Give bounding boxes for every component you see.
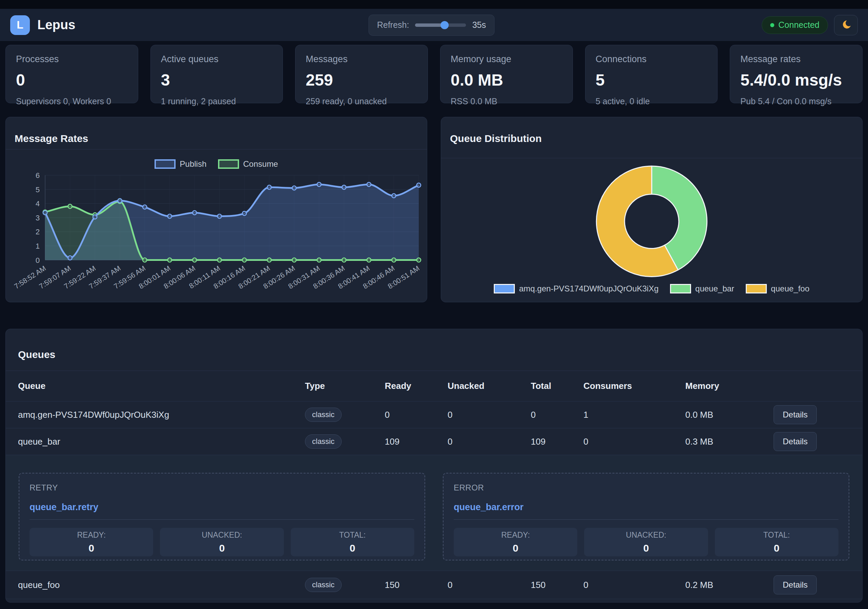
- table-row-queue-foo: queue_foo classic 150 0 150 0 0.2 MB Det…: [6, 571, 862, 599]
- stat-label: Messages: [305, 54, 417, 65]
- retry-unacked-box: UNACKED: 0: [160, 528, 284, 556]
- svg-text:5: 5: [36, 185, 40, 194]
- stat-card-processes: Processes 0 Supervisors 0, Workers 0: [5, 45, 138, 103]
- stat-value: 0.0 MB: [451, 72, 563, 88]
- queue-bar-expanded-details: RETRY queue_bar.retry READY: 0 UNACKED: …: [6, 455, 862, 571]
- error-stats: READY: 0 UNACKED: 0 TOTAL: 0: [454, 528, 839, 556]
- svg-text:1: 1: [36, 242, 40, 250]
- column-header-type: Type: [305, 381, 385, 391]
- stat-box-label: READY:: [501, 530, 530, 540]
- legend-swatch: [155, 159, 175, 169]
- legend-label: queue_foo: [771, 284, 809, 293]
- legend-item-publish[interactable]: Publish: [155, 159, 206, 169]
- slider-thumb[interactable]: [441, 21, 449, 29]
- retry-queue-link[interactable]: queue_bar.retry: [29, 502, 99, 513]
- queue-total: 0: [531, 410, 583, 420]
- queue-consumers: 0: [583, 437, 685, 447]
- refresh-interval-value: 35s: [473, 20, 486, 30]
- queues-title-row: Queues: [6, 329, 862, 371]
- queue-total: 150: [531, 580, 583, 590]
- details-button[interactable]: Details: [773, 575, 817, 594]
- legend-label: queue_bar: [695, 284, 734, 293]
- app-logo: L: [10, 15, 30, 35]
- stat-label: Message rates: [740, 54, 852, 65]
- stat-box-value: 0: [513, 542, 519, 554]
- retry-total-box: TOTAL: 0: [291, 528, 414, 556]
- stat-box-label: UNACKED:: [626, 530, 666, 540]
- queue-ready: 150: [385, 580, 448, 590]
- stat-sub: Supervisors 0, Workers 0: [16, 96, 128, 106]
- stat-card-memory-usage: Memory usage 0.0 MB RSS 0.0 MB: [440, 45, 573, 103]
- queue-unacked: 0: [448, 410, 531, 420]
- column-header-total: Total: [531, 381, 583, 391]
- queue-ready: 0: [385, 410, 448, 420]
- legend-label: Consume: [243, 159, 278, 169]
- window-top-strip: [0, 0, 868, 9]
- legend-item-queue-foo[interactable]: queue_foo: [746, 284, 809, 293]
- stat-sub: RSS 0.0 MB: [451, 96, 563, 106]
- message-rates-chart-area: PublishConsume 01234567:58:52 AM7:59:07 …: [6, 149, 427, 302]
- divider: [454, 519, 839, 520]
- table-row-amq-gen: amq.gen-PVS174DWf0upJQrOuK3iXg classic 0…: [6, 401, 862, 428]
- column-header-ready: Ready: [385, 381, 448, 391]
- queue-memory: 0.3 MB: [685, 437, 773, 447]
- connection-status-badge: Connected: [762, 16, 828, 34]
- dashboard: Processes 0 Supervisors 0, Workers 0 Act…: [0, 42, 868, 603]
- queue-type-badge: classic: [305, 578, 342, 592]
- column-header-unacked: Unacked: [448, 381, 531, 391]
- message-rates-title: Message Rates: [15, 133, 418, 144]
- legend-item-consume[interactable]: Consume: [218, 159, 278, 169]
- stat-label: Memory usage: [451, 54, 563, 65]
- refresh-control: Refresh: 35s: [369, 15, 494, 36]
- details-button[interactable]: Details: [773, 432, 817, 451]
- charts-row: Message Rates PublishConsume 01234567:58…: [5, 117, 863, 302]
- app-title: Lepus: [37, 18, 75, 32]
- queue-distribution-chart: [445, 163, 858, 278]
- connection-status-text: Connected: [778, 20, 820, 30]
- error-panel-label: ERROR: [454, 483, 839, 493]
- message-rates-chart: 01234567:58:52 AM7:59:07 AM7:59:22 AM7:5…: [10, 172, 423, 299]
- legend-swatch: [494, 284, 515, 293]
- slider-fill: [415, 23, 445, 27]
- queue-name: amq.gen-PVS174DWf0upJQrOuK3iXg: [18, 410, 305, 420]
- legend-item-queue-bar[interactable]: queue_bar: [670, 284, 734, 293]
- queue-consumers: 1: [583, 410, 685, 420]
- queue-name: queue_foo: [18, 580, 305, 590]
- queue-unacked: 0: [448, 580, 531, 590]
- theme-toggle-button[interactable]: [834, 15, 858, 35]
- stat-box-label: READY:: [77, 530, 105, 540]
- error-queue-link[interactable]: queue_bar.error: [454, 502, 524, 513]
- queue-type-badge: classic: [305, 408, 342, 422]
- dlq-panels: RETRY queue_bar.retry READY: 0 UNACKED: …: [19, 473, 849, 561]
- queue-unacked: 0: [448, 437, 531, 447]
- stat-box-value: 0: [643, 542, 649, 554]
- legend-item-amq-gen-pvs174dwf0upjqrouk3ixg[interactable]: amq.gen-PVS174DWf0upJQrOuK3iXg: [494, 284, 659, 293]
- message-rates-legend: PublishConsume: [10, 158, 423, 170]
- column-header-consumers: Consumers: [583, 381, 685, 391]
- stat-value: 259: [305, 72, 417, 88]
- stat-value: 5.4/0.0 msg/s: [740, 72, 852, 88]
- legend-swatch: [218, 159, 239, 169]
- error-ready-box: READY: 0: [454, 528, 577, 556]
- queue-consumers: 0: [583, 580, 685, 590]
- refresh-interval-slider[interactable]: [415, 23, 466, 27]
- connection-status-dot: [770, 23, 774, 27]
- details-button[interactable]: Details: [773, 405, 817, 424]
- svg-text:0: 0: [36, 256, 40, 264]
- divider: [29, 519, 414, 520]
- queue-total: 109: [531, 437, 583, 447]
- queue-distribution-card: Queue Distribution amq.gen-PVS174DWf0upJ…: [441, 117, 863, 302]
- svg-text:2: 2: [36, 228, 40, 236]
- queues-table-header: Queue Type Ready Unacked Total Consumers…: [6, 371, 862, 401]
- error-total-box: TOTAL: 0: [715, 528, 839, 556]
- stat-sub: Pub 5.4 / Con 0.0 msg/s: [740, 96, 852, 106]
- queue-type-badge: classic: [305, 434, 342, 449]
- stat-card-active-queues: Active queues 3 1 running, 2 paused: [150, 45, 283, 103]
- stat-box-label: TOTAL:: [763, 530, 790, 540]
- stat-value: 5: [596, 72, 707, 88]
- stat-label: Processes: [16, 54, 128, 65]
- stat-cards: Processes 0 Supervisors 0, Workers 0 Act…: [5, 45, 863, 103]
- app-header: L Lepus Refresh: 35s Connected: [0, 9, 868, 42]
- queue-distribution-title: Queue Distribution: [450, 133, 853, 144]
- stat-label: Active queues: [161, 54, 273, 65]
